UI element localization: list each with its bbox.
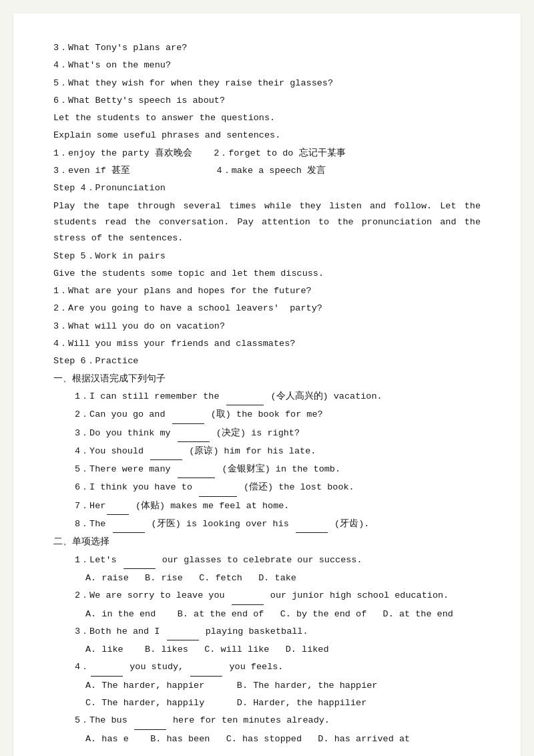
blank-6 (199, 480, 237, 496)
blank-1 (226, 389, 264, 405)
blank-7 (107, 498, 128, 515)
step5-q3: 3．What will you do on vacation? (53, 319, 481, 335)
mc-4-q: 4． you study, you feels. (53, 659, 481, 676)
ex-7: 7．Her (体贴) makes me feel at home. (53, 498, 481, 515)
blank-mc1 (123, 552, 156, 569)
blank-3 (178, 425, 210, 442)
blank-8b (296, 516, 328, 533)
step5-title: Step 5．Work in pairs (53, 248, 481, 264)
mc-5-a: A. has e B. has been C. has stopped D. h… (53, 731, 481, 747)
blank-5 (178, 461, 216, 478)
blank-mc2 (232, 588, 264, 604)
ex-3: 3．Do you think my (决定) is right? (53, 425, 481, 442)
line-2: 4．What's on the menu? (53, 57, 481, 73)
blank-2 (172, 407, 204, 423)
line-4: 6．What Betty's speech is about? (53, 93, 481, 109)
mc-2-q: 2．We are sorry to leave you our junior h… (53, 588, 481, 604)
section-1-title: 一、根据汉语完成下列句子 (53, 371, 481, 387)
blank-mc4b (190, 659, 222, 676)
section-2-title: 二、单项选择 (53, 534, 481, 550)
line-5: Let the students to answer the questions… (53, 110, 481, 126)
line-3: 5．What they wish for when they raise the… (53, 75, 481, 91)
line-7: 1．enjoy the party 喜欢晚会 2．forget to do 忘记… (53, 146, 481, 162)
mc-4-a1: A. The harder, happier B. The harder, th… (53, 678, 481, 694)
mc-3-a: A. like B. likes C. will like D. liked (53, 642, 481, 658)
ex-2: 2．Can you go and (取) the book for me? (53, 407, 481, 423)
blank-mc3 (167, 624, 199, 640)
mc-4-a2: C. The harder, happily D. Harder, the ha… (53, 695, 481, 711)
step4-title: Step 4．Pronunciation (53, 180, 481, 196)
ex-6: 6．I think you have to (偿还) the lost book… (53, 480, 481, 496)
blank-8a (113, 516, 145, 533)
blank-mc5 (134, 713, 166, 729)
mc-5-q: 5．The bus here for ten minutes already. (53, 713, 481, 729)
line-8: 3．even if 甚至 4．make a speech 发言 (53, 163, 481, 179)
mc-3-q: 3．Both he and I playing basketball. (53, 624, 481, 640)
step6-title: Step 6．Practice (53, 353, 481, 369)
step4-desc: Play the tape through several times whil… (53, 198, 481, 247)
ex-5: 5．There were many (金银财宝) in the tomb. (53, 461, 481, 478)
page: 3．What Tony's plans are? 4．What's on the… (13, 13, 521, 756)
blank-4 (150, 443, 182, 460)
ex-4: 4．You should (原谅) him for his late. (53, 443, 481, 460)
mc-1-a: A. raise B. rise C. fetch D. take (53, 570, 481, 586)
mc-1-q: 1．Let's our glasses to celebrate our suc… (53, 552, 481, 569)
line-6: Explain some useful phrases and sentence… (53, 128, 481, 144)
mc-2-a: A. in the end B. at the end of C. by the… (53, 606, 481, 622)
ex-8: 8．The (牙医) is looking over his (牙齿). (53, 516, 481, 533)
step5-desc: Give the students some topic and let the… (53, 266, 481, 282)
line-1: 3．What Tony's plans are? (53, 40, 481, 56)
ex-1: 1．I can still remember the (令人高兴的) vacat… (53, 389, 481, 405)
step5-q4: 4．Will you miss your friends and classma… (53, 336, 481, 352)
step5-q2: 2．Are you going to have a school leavers… (53, 301, 481, 317)
blank-mc4a (91, 659, 123, 676)
step5-q1: 1．What are your plans and hopes for the … (53, 283, 481, 299)
